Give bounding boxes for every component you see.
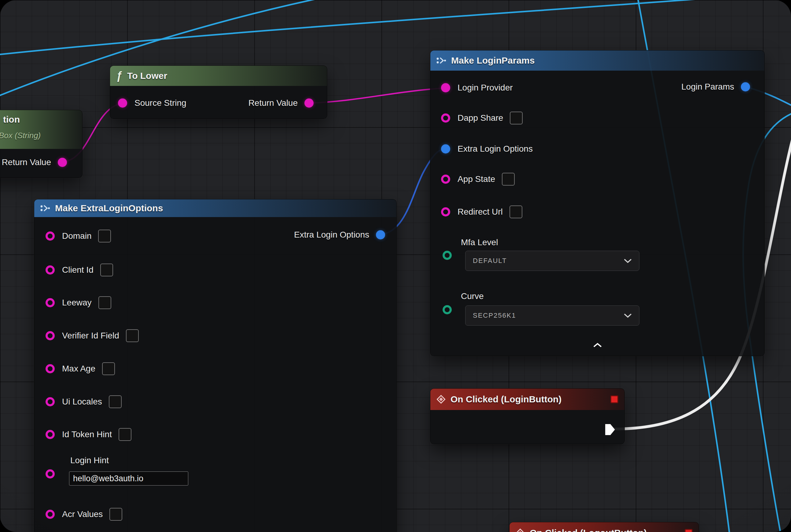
max-age-checkbox[interactable] bbox=[102, 362, 115, 375]
pin-label: Return Value bbox=[249, 98, 298, 108]
app-state-checkbox[interactable] bbox=[502, 173, 515, 186]
event-diamond-icon bbox=[437, 395, 446, 404]
pin-row-login-params-out: Login Params bbox=[681, 80, 750, 94]
redirect-url-pin[interactable] bbox=[441, 207, 450, 216]
curve-dropdown[interactable]: SECP256K1 bbox=[465, 305, 639, 326]
function-icon: ƒ bbox=[116, 70, 122, 82]
chevron-down-icon bbox=[624, 314, 632, 318]
id-token-hint-checkbox[interactable] bbox=[119, 428, 131, 441]
app-state-pin[interactable] bbox=[441, 175, 450, 184]
wire-cyan-top-1[interactable] bbox=[0, 0, 734, 55]
pin-label: Max Age bbox=[62, 364, 95, 374]
make-struct-icon bbox=[437, 57, 446, 64]
acr-values-pin[interactable] bbox=[45, 510, 55, 519]
pin-row-redirect-url: Redirect Url bbox=[441, 205, 522, 218]
pin-row-extra-login-options-in: Extra Login Options bbox=[441, 142, 533, 156]
extra-login-options-out-pin[interactable] bbox=[376, 230, 385, 240]
login-params-out-pin[interactable] bbox=[741, 82, 750, 91]
pin-row-app-state: App State bbox=[441, 172, 515, 186]
curve-value: SECP256K1 bbox=[473, 311, 516, 320]
event-diamond-icon bbox=[516, 528, 525, 532]
pin-row-dapp-share: Dapp Share bbox=[441, 111, 523, 125]
delegate-square-icon bbox=[610, 395, 618, 403]
pin-row-return-value: Return Value bbox=[2, 156, 67, 169]
redirect-url-checkbox[interactable] bbox=[509, 206, 522, 218]
node-make-extra-login-options[interactable]: Make ExtraLoginOptions Domain Client Id … bbox=[34, 200, 397, 532]
domain-checkbox[interactable] bbox=[98, 230, 111, 243]
node-header[interactable]: tion bbox=[0, 110, 82, 149]
node-header[interactable]: On Clicked (LoginButton) bbox=[430, 388, 624, 410]
node-title: Make LoginParams bbox=[451, 55, 535, 66]
return-value-pin[interactable] bbox=[304, 98, 314, 108]
pin-row-verifier-id-field: Verifier Id Field bbox=[45, 329, 139, 342]
pin-row-ui-locales: Ui Locales bbox=[45, 395, 122, 408]
node-header[interactable]: On Clicked (LogoutButton) bbox=[509, 522, 699, 532]
pin-row-login-provider: Login Provider bbox=[441, 81, 513, 94]
pin-row-source-string: Source String bbox=[118, 96, 187, 110]
node-header[interactable]: ƒ To Lower bbox=[110, 66, 327, 86]
pin-label: Client Id bbox=[62, 265, 94, 275]
pin-row-client-id: Client Id bbox=[45, 263, 113, 277]
verifier-id-field-checkbox[interactable] bbox=[126, 329, 139, 342]
client-id-pin[interactable] bbox=[45, 265, 55, 274]
chevron-up-icon bbox=[593, 343, 602, 348]
mfa-level-value: DEFAULT bbox=[473, 257, 507, 265]
dapp-share-pin[interactable] bbox=[441, 113, 450, 122]
pin-row-max-age: Max Age bbox=[45, 362, 115, 376]
pin-row-id-token-hint: Id Token Hint bbox=[45, 428, 131, 441]
leeway-checkbox[interactable] bbox=[98, 296, 111, 309]
pin-label: App State bbox=[458, 174, 495, 184]
domain-pin[interactable] bbox=[45, 231, 55, 241]
node-title: On Clicked (LoginButton) bbox=[450, 394, 561, 404]
login-hint-input[interactable] bbox=[69, 472, 188, 486]
login-hint-label: Login Hint bbox=[70, 456, 109, 466]
mfa-level-pin[interactable] bbox=[443, 251, 452, 260]
node-title: To Lower bbox=[127, 71, 167, 81]
chevron-down-icon bbox=[624, 259, 632, 263]
node-partial-function[interactable]: tion Box (String) Return Value bbox=[0, 110, 82, 178]
verifier-id-field-pin[interactable] bbox=[45, 331, 55, 340]
node-header[interactable]: Make ExtraLoginOptions bbox=[34, 200, 397, 217]
node-on-clicked-logout-button[interactable]: On Clicked (LogoutButton) bbox=[509, 522, 699, 532]
node-title: Make ExtraLoginOptions bbox=[55, 203, 163, 213]
pin-label: Acr Values bbox=[62, 509, 103, 519]
pin-label: Domain bbox=[62, 231, 91, 241]
mfa-level-dropdown[interactable]: DEFAULT bbox=[465, 251, 639, 271]
ui-locales-checkbox[interactable] bbox=[109, 395, 122, 408]
pin-row-acr-values: Acr Values bbox=[45, 508, 122, 521]
leeway-pin[interactable] bbox=[45, 298, 55, 307]
curve-pin[interactable] bbox=[443, 305, 452, 314]
exec-out-pin[interactable] bbox=[604, 423, 616, 436]
pin-row-extra-login-options-out: Extra Login Options bbox=[294, 228, 385, 242]
login-hint-pin[interactable] bbox=[45, 469, 55, 478]
wire-tolower-to-provider[interactable] bbox=[309, 88, 445, 103]
login-provider-pin[interactable] bbox=[441, 83, 450, 92]
node-header[interactable]: Make LoginParams bbox=[430, 51, 765, 71]
node-title: tion bbox=[3, 114, 20, 125]
acr-values-checkbox[interactable] bbox=[110, 508, 122, 521]
pin-label: Redirect Url bbox=[458, 207, 503, 217]
curve-label: Curve bbox=[461, 291, 484, 301]
max-age-pin[interactable] bbox=[45, 364, 55, 373]
node-title: On Clicked (LogoutButton) bbox=[530, 528, 647, 532]
pin-label: Ui Locales bbox=[62, 397, 102, 407]
node-make-login-params[interactable]: Make LoginParams Login Provider Dapp Sha… bbox=[430, 51, 765, 356]
extra-login-options-in-pin[interactable] bbox=[441, 144, 450, 153]
return-value-pin[interactable] bbox=[58, 158, 67, 167]
pin-label: Return Value bbox=[2, 157, 51, 167]
dapp-share-checkbox[interactable] bbox=[510, 112, 523, 125]
pin-label: Login Provider bbox=[458, 83, 513, 93]
client-id-checkbox[interactable] bbox=[100, 264, 113, 277]
node-to-lower[interactable]: ƒ To Lower Source String Return Value bbox=[110, 66, 327, 119]
pin-row-domain: Domain bbox=[45, 229, 111, 243]
pin-label: Verifier Id Field bbox=[62, 331, 119, 341]
pin-label: Extra Login Options bbox=[294, 230, 369, 240]
source-string-pin[interactable] bbox=[118, 98, 127, 108]
blueprint-editor-viewport: tion Box (String) Return Value ƒ To Lowe… bbox=[0, 0, 791, 532]
ui-locales-pin[interactable] bbox=[45, 397, 55, 406]
pin-label: Leeway bbox=[62, 298, 92, 308]
collapse-node-button[interactable] bbox=[593, 343, 602, 349]
id-token-hint-pin[interactable] bbox=[45, 430, 55, 439]
node-on-clicked-login-button[interactable]: On Clicked (LoginButton) bbox=[430, 388, 624, 444]
node-subtitle: Box (String) bbox=[0, 131, 41, 140]
